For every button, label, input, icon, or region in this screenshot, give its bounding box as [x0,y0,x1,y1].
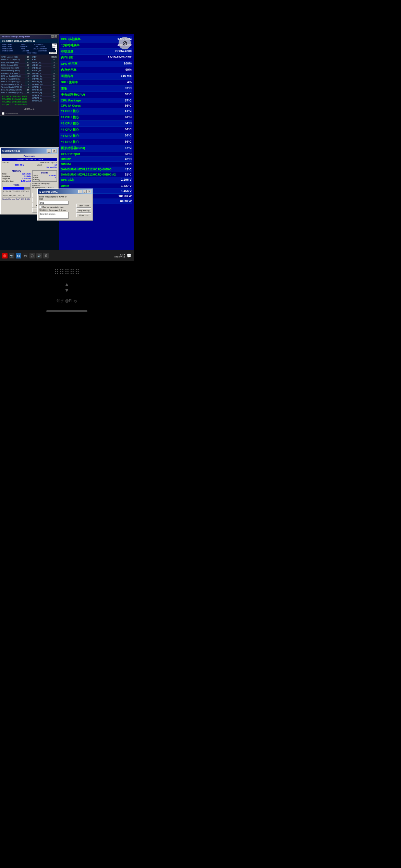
mem-available: 316Mb [24,175,31,177]
taskbar-right: 1:38 2022/7/17 💬 [114,253,132,258]
asrock-close-btn[interactable]: ✕ [54,35,57,38]
error-info-box: Error information [39,212,69,219]
zhihu-credit: 知乎 @Phxy [57,298,77,303]
hwinfo-row-24: CPU 核心1.296 V [60,177,132,183]
stop-testing-btn[interactable]: Stop Testing [76,208,91,213]
hwinfo-row-7: GPU 使用率4% [60,80,132,86]
taskbar-icon-lang[interactable]: 英 [43,253,49,258]
mem-used-by-test: 2.4Gb x12 [21,180,31,182]
test-description: Simple Memory Test*, 256, 1.3Gb [2,198,31,200]
circle-icon-symbol: ⊘ [122,39,127,47]
hwinfo-row-2: 存取速度DDR4-4200 [60,49,132,55]
customize-text: Customize: HeavySopt @anta777 [32,182,57,186]
low-priority-label: Run as low priority thre [42,206,63,208]
test-sequence2: 1,8,1,9,14,2,0,10,1,11,1,15 [3,194,30,196]
hwinfo-row-8: 主板37°C [60,86,132,92]
hwinfo-row-11: CPU IA Cores66°C [60,103,132,108]
scroll-up-btn[interactable]: ▲ [64,281,69,287]
hwinfo-row-23: SAMSUNG MZVL2512HCJQ-00B00 #251°C [60,172,132,177]
hwinfo-row-14: #3 CPU 核心64°C [60,121,132,127]
cpu-used-label: Used [37,164,42,166]
date-display: 2022/7/17 [114,256,125,258]
asrock-titlebar: ASRock Timing Configurator _ ✕ [0,35,59,39]
processor-section-title: Processor [2,155,57,157]
hwinfo-row-6: 可用内存315 MB [60,73,132,80]
mb-ram-input[interactable] [39,201,69,205]
error-info-label: Error information [40,213,56,215]
tests-box: Tests 1,2,3,4,5,6,7,8,9,10,11,12,13,14,1… [2,183,31,197]
hwinfo-row-16: #5 CPU 核心64°C [60,133,132,139]
error-minimize-btn[interactable]: _ [78,190,82,193]
asrock-window-controls: _ ✕ [51,35,57,38]
testmem5-close-btn[interactable]: ✕ [52,149,57,153]
status-box: Status Time 1:33.46 Cycle 3 Error(s) [32,170,57,182]
cpu-id-value: Intel (6 797 ?) x12 [40,161,57,164]
taskbar-icon-2[interactable]: 📷 [9,253,14,258]
notification-icon[interactable]: 💬 [126,253,132,258]
taskbar-left: 🔴 📷 64 🎮 🎧 🔊 英 [2,253,49,258]
hwinfo-row-10: CPU Package67°C [60,98,132,103]
asrock-body: CAS# Latency (tCL)15 RAS# to CAS# (tRCD)… [0,55,59,107]
asrock-minimize-btn[interactable]: _ [51,35,54,38]
hwinfo-row-9: 中央处理器(CPU)55°C [60,92,132,98]
mem-pagefile: 37897Mb [22,178,31,180]
keyboard-icon[interactable]: ⠿⠿⠿⠿⠿ [54,268,80,276]
memory-section-title: Memory [2,170,31,172]
time-display: 1:38 [114,253,125,256]
error-restore-btn[interactable]: □ [83,190,87,193]
scroll-down-btn[interactable]: ▼ [64,288,69,293]
error-input-label: Enter megabytes of RAM to test: [39,195,69,200]
mem-total: 32510Mb [22,173,31,175]
taskbar-icon-3[interactable]: 64 [16,253,21,258]
taskbar-icon-4[interactable]: 🎮 [23,253,28,258]
tests-title: Tests [3,184,30,186]
low-priority-row: Run as low priority thre [39,206,69,208]
asrock-title: ASRock Timing Configurator [2,36,30,38]
hwinfo-row-18: 图形处理器(GPU)47°C [60,145,132,152]
hwinfo-row-12: #1 CPU 核心64°C [60,108,132,114]
testmem5-titlebar: TestMem5 v0.12 _ ✕ [1,148,58,154]
asrock-info: nmela-DIMM1NoneChannels DDual nmela-DIMM… [0,43,59,55]
top-black-area [0,0,134,34]
customize-label: Customize: HeavySopt @anta777 art testin… [32,182,57,189]
errors-label: Error(s) [33,179,40,181]
auto-refresh-checkbox[interactable] [2,112,4,115]
hwinfo-row-25: DIMM1.527 V [60,183,132,189]
error-close-btn[interactable]: ✕ [87,190,91,193]
hwinfo-row-21: DIMM443°C [60,162,132,167]
hwinfo-row-15: #4 CPU 核心64°C [60,127,132,133]
hwinfo-row-19: GPU Hotspot58°C [60,152,132,157]
cpu-id-label: CPU ID [2,161,9,164]
error-dialog: [0 Errors] Mem... _ □ ✕ Enter megabytes … [37,189,93,221]
hwinfo-row-5: 内存使用率99% [60,67,132,73]
hwinfo-row-4: CPU 使用率100% [60,61,132,67]
cpu-speed2-value: 3.4 sec/Gb [47,166,57,168]
taskbar-time: 1:38 2022/7/17 [114,253,125,258]
status-title: Status [33,171,56,174]
coverage-text: [\] 945.6% Coverage, 0 Errors [39,209,69,211]
hwinfo-row-3: 内存计时15-15-15-28 CR2 [60,55,132,61]
hwinfo-row-22: SAMSUNG MZVL2512HCJQ-00B0043°C [60,167,132,172]
auto-refresh-label: Auto Refresh( [5,112,18,114]
error-dialog-title: [0 Errors] Mem... [39,191,58,193]
taskbar-icon-1[interactable]: 🔴 [2,253,8,258]
cycle-value: 3 [54,177,56,179]
taskbar-icon-6[interactable]: 🔊 [36,253,42,258]
error-dialog-body: Enter megabytes of RAM to test: Start Te… [38,194,93,220]
open-log-btn[interactable]: Open Log [76,213,91,217]
taskbar: 🔴 📷 64 🎮 🎧 🔊 英 1:38 2022/7/17 💬 [0,250,134,261]
hwinfo-row-17: #6 CPU 核心66°C [60,139,132,145]
home-indicator[interactable] [46,310,87,312]
testmem5-minimize-btn[interactable]: _ [47,149,51,153]
taskbar-icon-5[interactable]: 🎧 [29,253,35,258]
low-priority-checkbox[interactable] [39,206,42,208]
accessibility-icon[interactable]: ⊘ [119,37,131,49]
cpu-speed-value: 3686 MHz [15,164,24,166]
start-testing-btn[interactable]: Start Testin [76,204,91,208]
asrock-timings-left: CAS# Latency (tCL)15 RAS# to CAS# (tRCD)… [1,56,32,106]
error-dialog-titlebar: [0 Errors] Mem... _ □ ✕ [38,189,93,194]
bottom-area: ⠿⠿⠿⠿⠿ ▲ ▼ 知乎 @Phxy [0,261,134,317]
asrock-window: ASRock Timing Configurator _ ✕ OG STRIX … [0,34,59,116]
test-sequence: 1,2,3,4,5,6,7,8,9,10,11,12,13,14,15 [3,190,30,194]
asrock-timings-right: tREF65535 tCKE4 tRDRD_sg5 tRDRD_dg4 tRDR… [32,56,58,106]
